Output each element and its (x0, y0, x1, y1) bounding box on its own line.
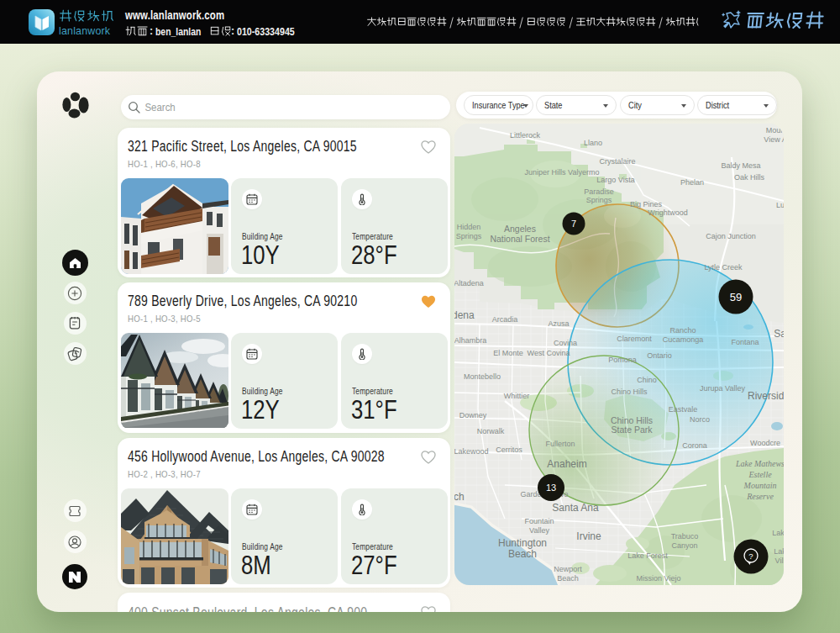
svg-text:Anaheim: Anaheim (547, 458, 586, 470)
svg-text:Largo Vista: Largo Vista (596, 176, 634, 184)
svg-text:Norwalk: Norwalk (477, 427, 505, 435)
svg-text:Lake Mathews: Lake Mathews (735, 459, 784, 468)
svg-text:Irvine: Irvine (576, 530, 601, 542)
svg-text:Montebello: Montebello (464, 372, 501, 381)
svg-text:Valley: Valley (529, 526, 549, 535)
svg-text:Fountain: Fountain (524, 517, 554, 525)
svg-text:Beach: Beach (508, 548, 537, 560)
svg-text:Lakewood: Lakewood (454, 447, 489, 456)
svg-text:El Monte: El Monte (493, 349, 523, 357)
svg-text:Huntington: Huntington (498, 537, 547, 549)
svg-text:Estelle: Estelle (748, 470, 772, 479)
svg-text:Chino Hills: Chino Hills (611, 388, 648, 396)
svg-text:Angeles: Angeles (504, 224, 536, 234)
svg-text:Chino: Chino (637, 376, 657, 384)
svg-text:Lytle Creek: Lytle Creek (704, 263, 743, 272)
svg-text:View A: View A (764, 135, 784, 144)
svg-text:Oak Hills: Oak Hills (734, 173, 765, 182)
svg-text:Fontana: Fontana (731, 338, 759, 346)
svg-text:Big Pines: Big Pines (630, 200, 663, 208)
svg-text:Fullerton: Fullerton (545, 440, 575, 448)
svg-text:Springs: Springs (456, 232, 482, 240)
svg-text:Whittier: Whittier (504, 392, 530, 400)
svg-text:Phelan: Phelan (680, 178, 704, 187)
svg-text:Canyon: Canyon (671, 541, 697, 550)
svg-text:Corona: Corona (682, 441, 707, 450)
svg-text:Ontario: Ontario (647, 351, 672, 360)
svg-text:San: San (774, 328, 784, 340)
svg-text:Lake Forest: Lake Forest (627, 551, 668, 560)
svg-text:Santa Ana: Santa Ana (552, 502, 599, 514)
svg-text:Springs: Springs (586, 196, 612, 204)
svg-text:Mountain: Mountain (743, 481, 777, 490)
svg-text:Altadena: Altadena (454, 279, 484, 287)
svg-text:Norco: Norco (690, 415, 710, 424)
svg-text:Paradise: Paradise (584, 187, 614, 196)
svg-text:Cajon Junction: Cajon Junction (706, 232, 756, 240)
svg-text:State Park: State Park (611, 425, 653, 435)
svg-text:Eastvale: Eastvale (669, 405, 698, 414)
svg-text:Villa: Villa (775, 557, 784, 565)
svg-text:Wrightwood: Wrightwood (648, 208, 687, 217)
svg-text:Llano: Llano (584, 139, 602, 147)
svg-text:National Forest: National Forest (490, 234, 549, 244)
svg-text:Rancho: Rancho (669, 326, 696, 335)
svg-text:Juniper Hills Valyermo: Juniper Hills Valyermo (525, 168, 600, 177)
svg-text:Riverside: Riverside (748, 390, 784, 402)
svg-text:Claremont: Claremont (617, 335, 652, 343)
svg-text:Hidden: Hidden (457, 223, 481, 231)
svg-text:Woodcre: Woodcre (750, 439, 780, 447)
svg-text:Reserve: Reserve (746, 492, 774, 501)
svg-text:Cucamonga: Cucamonga (663, 335, 704, 344)
svg-text:Azusa: Azusa (548, 319, 569, 328)
svg-text:Beach: Beach (557, 574, 579, 583)
svg-text:Covina: Covina (554, 339, 577, 347)
svg-text:Crystalaire: Crystalaire (599, 157, 635, 166)
svg-text:Downey: Downey (459, 411, 487, 419)
svg-text:Lu: Lu (776, 201, 784, 209)
svg-text:?: ? (748, 551, 753, 561)
svg-text:Newport: Newport (554, 565, 582, 573)
svg-text:Pomona: Pomona (608, 356, 637, 364)
svg-text:Moun: Moun (766, 126, 784, 135)
svg-text:ach: ach (454, 491, 465, 503)
svg-text:Mission Viejo: Mission Viejo (637, 574, 681, 583)
svg-text:Cerritos: Cerritos (496, 446, 522, 454)
svg-text:Arcadia: Arcadia (492, 315, 518, 324)
svg-text:Baldy Mesa: Baldy Mesa (721, 161, 760, 170)
svg-text:Lake: Lake (772, 529, 784, 537)
svg-text:West Covina: West Covina (528, 349, 570, 357)
svg-text:Jurupa Valley: Jurupa Valley (700, 384, 745, 393)
svg-text:sadena: sadena (454, 309, 475, 321)
svg-text:Trabuco: Trabuco (671, 532, 699, 541)
svg-text:Alhambra: Alhambra (454, 336, 486, 345)
svg-text:Littlerock: Littlerock (510, 131, 541, 140)
svg-text:59: 59 (730, 291, 742, 303)
svg-text:7: 7 (571, 219, 576, 229)
svg-text:13: 13 (546, 483, 556, 493)
svg-text:Lake: Lake (774, 547, 784, 556)
